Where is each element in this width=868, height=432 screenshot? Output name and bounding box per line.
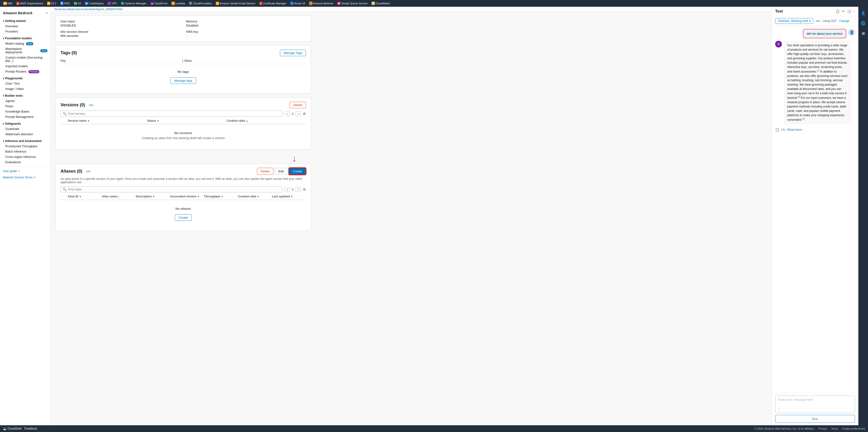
versions-prev-page-button[interactable]: ‹ xyxy=(285,112,290,116)
nav-ec2[interactable]: ⚙ EC2 xyxy=(45,1,58,5)
sidebar-item-agents[interactable]: Agents xyxy=(0,98,51,104)
sidebar-section-playgrounds[interactable]: Playgrounds xyxy=(0,74,51,81)
aliases-info-badge[interactable]: Info xyxy=(86,170,90,173)
sidebar-item-evaluations[interactable]: Evaluations xyxy=(0,160,51,165)
run-button[interactable]: Run xyxy=(775,415,855,423)
aliases-delete-button[interactable]: Delete xyxy=(257,168,273,175)
privacy-link[interactable]: Privacy xyxy=(818,427,827,430)
aliases-settings-icon[interactable]: ⚙ xyxy=(303,188,306,191)
sidebar-item-knowledge-bases[interactable]: Knowledge Bases xyxy=(0,109,51,114)
nav-cloudwatch[interactable]: 📊 CloudWatch xyxy=(370,1,392,5)
alias-name-header[interactable]: Alias name | xyxy=(102,195,136,198)
aliases-create-button[interactable]: Create xyxy=(289,168,306,175)
nav-bedrock[interactable]: 🪨 Amazon Bedrock xyxy=(308,1,335,5)
creation-date-alias-header[interactable]: Creation date ▼ xyxy=(238,195,272,198)
test-panel-copy-icon[interactable]: 📋 xyxy=(835,9,840,13)
sidebar-item-watermark-detection[interactable]: Watermark detection xyxy=(0,132,51,137)
test-panel-edit-icon[interactable]: ✏ xyxy=(842,9,845,13)
sidebar-section-getting-started[interactable]: Getting started xyxy=(0,17,51,24)
versions-next-page-button[interactable]: › xyxy=(296,112,301,116)
message-input[interactable]: Enter your message here xyxy=(778,398,852,401)
manage-tags-link-button[interactable]: Manage tags xyxy=(170,78,196,84)
versions-info-badge[interactable]: Info xyxy=(89,104,93,106)
aliases-edit-button[interactable]: Edit xyxy=(275,168,287,175)
sidebar-item-provisioned-throughput[interactable]: Provisioned Throughput xyxy=(0,144,51,149)
sidebar-collapse-button[interactable]: ‹ xyxy=(46,10,48,15)
nav-lambda[interactable]: λ Lambda xyxy=(170,1,187,5)
nav-organizations[interactable]: ☁ AWS Organizations xyxy=(15,1,45,5)
versions-search-input[interactable] xyxy=(68,112,280,116)
nav-systems-manager[interactable]: ⚙ Systems Manager xyxy=(119,1,148,5)
right-icon-grid[interactable]: ⊞ xyxy=(860,30,867,37)
feedback-button[interactable]: Feedback xyxy=(24,427,37,430)
sidebar-item-marketplace-deployments[interactable]: Marketplace deployments New xyxy=(0,46,51,55)
versions-settings-icon[interactable]: ⚙ xyxy=(303,112,306,116)
sidebar-item-model-catalog[interactable]: Model catalog New xyxy=(0,41,51,46)
terms-link[interactable]: Terms xyxy=(831,427,838,430)
sidebar-user-guide-link[interactable]: User guide ↗ xyxy=(0,168,51,174)
create-arrow-indicator: ↓ xyxy=(56,154,311,164)
nav-cloudformation[interactable]: 📦 CloudFormation xyxy=(187,1,213,5)
sidebar-item-custom-models[interactable]: Custom models (fine-tuning, dist...) xyxy=(0,55,51,64)
manage-tags-button[interactable]: Manage Tags xyxy=(280,50,306,56)
associated-version-header[interactable]: Associated version ▼ xyxy=(170,195,204,198)
sidebar-item-prompt-routers[interactable]: Prompt Routers Preview xyxy=(0,69,51,74)
creation-date-sort-icon: ▲ xyxy=(246,120,248,122)
sidebar-item-flows[interactable]: Flows xyxy=(0,104,51,109)
aliases-next-page-button[interactable]: › xyxy=(296,187,301,192)
more-options-icon[interactable]: ⋮ xyxy=(778,407,852,411)
aliases-prev-page-button[interactable]: ‹ xyxy=(285,187,290,192)
sidebar-item-imported-models[interactable]: Imported models xyxy=(0,64,51,69)
aliases-create-link-button[interactable]: Create xyxy=(175,214,191,221)
trace-code-icon[interactable]: </> xyxy=(781,128,785,132)
sidebar-section-inference-assessment[interactable]: Inference and Assessment xyxy=(0,137,51,144)
nav-sqs[interactable]: 📨 Simple Queue Service xyxy=(336,1,369,5)
nav-cloudfront[interactable]: ☁ CloudFront xyxy=(149,1,169,5)
nav-vpc[interactable]: 🔗 VPC xyxy=(106,1,119,5)
nav-certificate-manager[interactable]: 🔒 Certificate Manager xyxy=(258,1,288,5)
marketplace-badge: New xyxy=(40,49,48,52)
trace-copy-icon[interactable]: 📋 xyxy=(775,128,779,132)
bedrock-icon: 🪨 xyxy=(309,2,312,5)
alias-id-header[interactable]: Alias ID ▼ xyxy=(68,195,102,198)
nav-codedeploy[interactable]: ▶ CodeDeploy xyxy=(84,1,105,5)
sidebar-section-safeguards[interactable]: Safeguards xyxy=(0,120,51,126)
sidebar-service-terms-link[interactable]: Bedrock Service Terms ↗ xyxy=(0,174,51,181)
aliases-search-input[interactable] xyxy=(68,188,280,191)
sidebar-section-foundation-models[interactable]: Foundation models xyxy=(0,34,51,41)
sidebar-item-providers[interactable]: Providers xyxy=(0,29,51,34)
cloudshell-button[interactable]: 💻 CloudShell xyxy=(3,427,22,430)
alias-select-dropdown[interactable]: TestAlias: Working draft ▾ xyxy=(775,18,813,24)
aliases-search[interactable]: 🔍 xyxy=(61,186,282,192)
alias-info-badge[interactable]: Info xyxy=(816,20,820,23)
sidebar-item-guardrails[interactable]: Guardrails xyxy=(0,126,51,132)
nav-rds[interactable]: 🗄 RDS xyxy=(59,1,71,5)
test-panel-forward-icon[interactable]: › xyxy=(854,9,855,13)
right-icon-globe[interactable]: 🌐 xyxy=(860,20,867,27)
show-trace-link[interactable]: Show trace › xyxy=(787,128,803,131)
nav-iam[interactable]: IAM IAM xyxy=(2,1,14,5)
test-panel-expand-icon[interactable]: ⬜ xyxy=(847,9,851,13)
versions-delete-button[interactable]: Delete xyxy=(289,102,306,108)
sidebar-item-image-video[interactable]: Image / Video xyxy=(0,86,51,92)
description-header[interactable]: Description ▼ xyxy=(136,195,170,198)
creation-date-header[interactable]: Creation date ▲ xyxy=(227,119,306,122)
nav-s3[interactable]: S3 S3 xyxy=(72,1,83,5)
right-icon-user[interactable]: 👤 xyxy=(860,10,867,17)
change-alias-link[interactable]: Change xyxy=(839,19,849,23)
version-name-header[interactable]: Version name ▼ xyxy=(68,119,147,122)
nav-ses[interactable]: ✉ Amazon Simple Email Service xyxy=(214,1,257,5)
cookie-preferences-link[interactable]: Cookie preferences xyxy=(842,427,865,430)
sidebar-item-prompt-management[interactable]: Prompt Management xyxy=(0,114,51,120)
throughput-header[interactable]: Throughput ▼ xyxy=(204,195,238,198)
status-header[interactable]: Status ▼ xyxy=(147,119,226,122)
sidebar-item-cross-region-inference[interactable]: Cross-region inference xyxy=(0,154,51,160)
versions-search[interactable]: 🔍 xyxy=(61,111,282,117)
last-updated-header[interactable]: Last updated ▼ xyxy=(272,195,306,198)
sidebar-item-overview[interactable]: Overview xyxy=(0,24,51,29)
sidebar-section-builder-tools[interactable]: Builder tools xyxy=(0,92,51,98)
sidebar-item-batch-inference[interactable]: Batch inference xyxy=(0,149,51,154)
main-content: ttle/AmazonBedrockExecutionRole/Agents_2… xyxy=(51,7,772,425)
nav-route53[interactable]: 🌐 Route 53 xyxy=(289,1,307,5)
sidebar-item-chat-text[interactable]: Chat / Text xyxy=(0,81,51,86)
